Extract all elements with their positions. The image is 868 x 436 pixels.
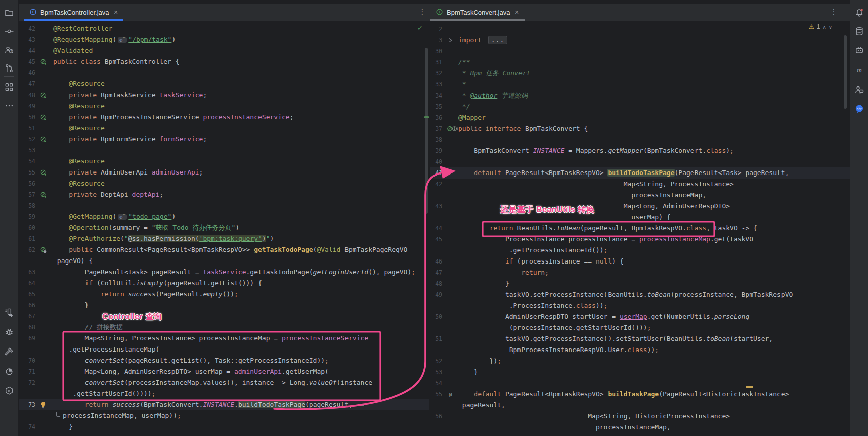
line-number[interactable]: 56 <box>18 178 39 189</box>
line-number[interactable]: 31 <box>430 57 446 68</box>
code-line[interactable]: 34 * @author 芋道源码 <box>430 90 851 101</box>
code-line[interactable]: 32 * Bpm 任务 Convert <box>430 68 851 79</box>
code-line[interactable]: 45 ProcessInstance processInstance = pro… <box>430 234 851 245</box>
code-line[interactable]: 72 convertSet(processInstanceMap.values(… <box>18 377 429 388</box>
line-number[interactable]: 65 <box>18 289 39 300</box>
code-line[interactable]: 74 } <box>18 421 429 432</box>
line-number[interactable] <box>430 300 446 311</box>
code-line[interactable]: BpmProcessInstanceRespVO.User.class)); <box>430 344 851 356</box>
line-number[interactable]: 47 <box>18 78 39 90</box>
code-line[interactable]: 54 @Resource <box>18 156 429 167</box>
code-line[interactable]: 49 taskVO.setProcessInstance(BeanUtils.t… <box>430 289 851 300</box>
code-line[interactable]: 48 private BpmTaskService taskService; <box>18 90 429 101</box>
line-number[interactable]: 38 <box>430 134 446 145</box>
line-number[interactable] <box>430 400 446 411</box>
line-number[interactable]: 61 <box>18 233 39 244</box>
code-line[interactable]: processInstanceMap, <box>430 422 851 433</box>
code-line[interactable]: pageResult, <box>430 400 851 411</box>
bean-gutter-icon[interactable] <box>39 56 53 67</box>
code-line[interactable]: 65 return success(PageResult.empty()); <box>18 289 429 300</box>
code-line[interactable]: 64 if (CollUtil.isEmpty(pageResult.getLi… <box>18 278 429 289</box>
line-number[interactable]: 52 <box>18 134 39 145</box>
line-number[interactable] <box>430 422 446 433</box>
line-number[interactable]: 73 <box>18 399 39 410</box>
code-line[interactable]: processInstanceMap, userMap)); <box>18 410 429 421</box>
editor-bpmtaskcontroller[interactable]: 42@RestController43@RequestMapping(⊕ˇ"/b… <box>18 21 429 436</box>
line-number[interactable]: 72 <box>18 377 39 388</box>
code-line[interactable]: pageVO) { <box>18 255 429 267</box>
line-number[interactable]: 48 <box>430 278 446 289</box>
code-line[interactable]: .getProcessInstanceMap( <box>18 344 429 355</box>
impl-gutter-icon[interactable]: I <box>446 123 458 134</box>
line-number[interactable] <box>18 410 39 421</box>
line-number[interactable]: 53 <box>18 145 39 156</box>
code-line[interactable]: 53 } <box>430 367 851 378</box>
line-number[interactable]: 32 <box>430 68 446 79</box>
run-icon[interactable] <box>2 305 16 319</box>
bean-gutter-icon[interactable] <box>39 134 53 145</box>
code-line[interactable]: 62 public CommonResult<PageResult<BpmTas… <box>18 244 429 255</box>
chev-gutter-icon[interactable] <box>446 35 458 46</box>
line-number[interactable]: 2 <box>430 24 446 35</box>
line-number[interactable]: 37 <box>430 123 446 134</box>
code-line[interactable]: 53 <box>18 145 429 156</box>
line-number[interactable]: 46 <box>430 256 446 267</box>
close-icon[interactable]: ✕ <box>514 9 519 16</box>
line-number[interactable]: 60 <box>18 222 39 233</box>
line-number[interactable] <box>430 322 446 333</box>
code-line[interactable]: 42 Map<String, ProcessInstance> <box>430 179 851 190</box>
code-line[interactable]: 56 @Resource <box>18 178 429 189</box>
line-number[interactable]: 47 <box>430 267 446 278</box>
line-number[interactable]: 51 <box>430 333 446 344</box>
code-line[interactable]: 46 if (processInstance == null) { <box>430 256 851 267</box>
line-number[interactable] <box>18 255 39 267</box>
line-number[interactable]: 39 <box>430 145 446 156</box>
collaboration-icon[interactable] <box>852 82 866 97</box>
line-number[interactable]: 50 <box>18 112 39 123</box>
code-line[interactable]: 41 default PageResult<BpmTaskRespVO> bui… <box>430 167 851 179</box>
bean2-gutter-icon[interactable] <box>39 244 53 255</box>
code-line[interactable]: 35 */ <box>430 101 851 112</box>
code-line[interactable]: 30 <box>430 46 851 57</box>
line-number[interactable] <box>430 190 446 201</box>
line-number[interactable]: 51 <box>18 123 39 134</box>
structure-icon[interactable] <box>2 80 16 94</box>
code-line[interactable]: 67 <box>18 311 429 322</box>
line-number[interactable]: 30 <box>430 46 446 57</box>
code-line[interactable]: 52 private BpmFormService formService; <box>18 134 429 145</box>
line-number[interactable]: 49 <box>430 289 446 300</box>
code-with-me-icon[interactable]: ? <box>2 43 16 57</box>
project-icon[interactable] <box>2 6 16 20</box>
line-number[interactable]: 57 <box>18 189 39 200</box>
code-line[interactable]: 3import ... <box>430 35 851 46</box>
line-number[interactable]: 74 <box>18 421 39 432</box>
line-number[interactable] <box>430 344 446 356</box>
notifications-icon[interactable] <box>852 6 866 20</box>
code-line[interactable]: 33 * <box>430 79 851 90</box>
close-icon[interactable]: ✕ <box>114 9 118 16</box>
code-line[interactable]: 43 Map<Long, AdminUserRespDTO> <box>430 201 851 212</box>
line-number[interactable] <box>18 344 39 355</box>
line-number[interactable]: 64 <box>18 278 39 289</box>
editor-bpmtaskconvert[interactable]: 23import ...3031/**32 * Bpm 任务 Convert33… <box>430 21 851 436</box>
code-line[interactable]: (processInstance.getStartUserId())); <box>430 322 851 333</box>
code-line[interactable]: 37Ipublic interface BpmTaskConvert { <box>430 123 851 134</box>
folded-imports-chip[interactable]: ... <box>488 36 507 44</box>
line-number[interactable]: 58 <box>18 200 39 211</box>
line-number[interactable] <box>430 245 446 256</box>
code-line[interactable]: 44@Validated <box>18 45 429 56</box>
code-line[interactable]: processInstanceMap, <box>430 190 851 201</box>
line-number[interactable]: 71 <box>18 366 39 377</box>
code-line[interactable]: 51 taskVO.getProcessInstance().setStartU… <box>430 333 851 344</box>
code-line[interactable]: 63 PageResult<Task> pageResult = taskSer… <box>18 267 429 278</box>
pull-requests-icon[interactable] <box>2 61 16 75</box>
scrollbar-left-editor[interactable] <box>425 48 428 214</box>
line-number[interactable]: 66 <box>18 300 39 311</box>
ai-assistant-icon[interactable] <box>852 43 866 57</box>
code-line[interactable]: userMap) { <box>430 212 851 223</box>
code-line[interactable]: 58 <box>18 200 429 211</box>
code-line[interactable]: 73 return success(BpmTaskConvert.INSTANC… <box>18 399 429 410</box>
code-line[interactable]: 69 Map<String, ProcessInstance> processI… <box>18 333 429 344</box>
code-line[interactable]: 52 }); <box>430 356 851 367</box>
code-line[interactable]: 54 <box>430 378 851 389</box>
